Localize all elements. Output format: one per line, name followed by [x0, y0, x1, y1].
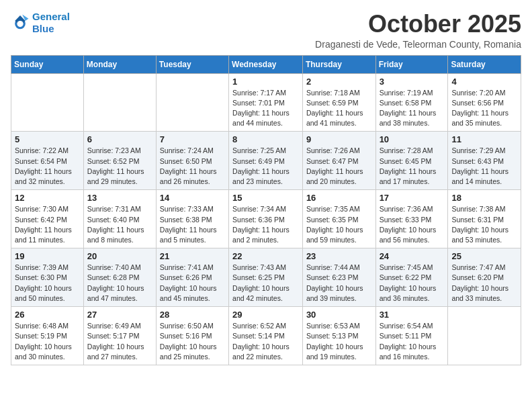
calendar-cell: 24Sunrise: 7:45 AM Sunset: 6:22 PM Dayli… — [375, 248, 448, 307]
calendar-cell: 23Sunrise: 7:44 AM Sunset: 6:23 PM Dayli… — [302, 248, 375, 307]
day-number: 12 — [15, 193, 80, 203]
day-number: 21 — [160, 251, 225, 261]
calendar-cell: 11Sunrise: 7:29 AM Sunset: 6:43 PM Dayli… — [448, 132, 521, 190]
day-info: Sunrise: 7:47 AM Sunset: 6:20 PM Dayligh… — [451, 263, 517, 304]
col-header-monday: Monday — [83, 55, 156, 73]
day-info: Sunrise: 7:18 AM Sunset: 6:59 PM Dayligh… — [306, 88, 372, 129]
col-header-thursday: Thursday — [302, 55, 375, 73]
calendar-cell: 20Sunrise: 7:40 AM Sunset: 6:28 PM Dayli… — [83, 248, 156, 307]
day-number: 5 — [15, 134, 80, 144]
calendar-cell: 27Sunrise: 6:49 AM Sunset: 5:17 PM Dayli… — [83, 307, 156, 365]
day-info: Sunrise: 6:48 AM Sunset: 5:19 PM Dayligh… — [15, 321, 80, 362]
calendar-cell — [156, 73, 228, 132]
logo-line1: General — [32, 11, 70, 22]
day-number: 29 — [232, 310, 299, 320]
day-number: 6 — [87, 134, 152, 144]
day-number: 9 — [306, 134, 372, 144]
day-info: Sunrise: 6:54 AM Sunset: 5:11 PM Dayligh… — [380, 321, 445, 362]
day-number: 14 — [160, 193, 225, 203]
col-header-friday: Friday — [375, 55, 448, 73]
day-info: Sunrise: 7:20 AM Sunset: 6:56 PM Dayligh… — [451, 88, 517, 129]
calendar-cell — [83, 73, 156, 132]
calendar-cell: 2Sunrise: 7:18 AM Sunset: 6:59 PM Daylig… — [302, 73, 375, 132]
col-header-saturday: Saturday — [448, 55, 521, 73]
day-info: Sunrise: 7:35 AM Sunset: 6:35 PM Dayligh… — [306, 204, 372, 245]
calendar-cell: 30Sunrise: 6:53 AM Sunset: 5:13 PM Dayli… — [302, 307, 375, 365]
day-info: Sunrise: 7:22 AM Sunset: 6:54 PM Dayligh… — [15, 146, 80, 187]
day-info: Sunrise: 7:24 AM Sunset: 6:50 PM Dayligh… — [160, 146, 225, 187]
calendar-cell: 3Sunrise: 7:19 AM Sunset: 6:58 PM Daylig… — [375, 73, 448, 132]
day-info: Sunrise: 7:41 AM Sunset: 6:26 PM Dayligh… — [160, 263, 225, 304]
logo-icon — [11, 13, 30, 32]
day-info: Sunrise: 7:43 AM Sunset: 6:25 PM Dayligh… — [232, 263, 299, 304]
calendar-cell: 21Sunrise: 7:41 AM Sunset: 6:26 PM Dayli… — [156, 248, 228, 307]
day-info: Sunrise: 7:39 AM Sunset: 6:30 PM Dayligh… — [15, 263, 80, 304]
day-number: 7 — [160, 134, 225, 144]
day-info: Sunrise: 7:29 AM Sunset: 6:43 PM Dayligh… — [451, 146, 517, 187]
day-number: 24 — [380, 251, 445, 261]
day-info: Sunrise: 7:19 AM Sunset: 6:58 PM Dayligh… — [380, 88, 445, 129]
calendar-table: SundayMondayTuesdayWednesdayThursdayFrid… — [11, 55, 521, 365]
day-number: 31 — [380, 310, 445, 320]
day-info: Sunrise: 7:30 AM Sunset: 6:42 PM Dayligh… — [15, 204, 80, 245]
month-title: October 2025 — [315, 11, 521, 38]
calendar-cell: 29Sunrise: 6:52 AM Sunset: 5:14 PM Dayli… — [229, 307, 303, 365]
day-info: Sunrise: 6:52 AM Sunset: 5:14 PM Dayligh… — [232, 321, 299, 362]
logo-text: General Blue — [32, 11, 70, 35]
day-info: Sunrise: 7:33 AM Sunset: 6:38 PM Dayligh… — [160, 204, 225, 245]
calendar-week-row: 12Sunrise: 7:30 AM Sunset: 6:42 PM Dayli… — [11, 190, 521, 248]
calendar-cell — [448, 307, 521, 365]
calendar-cell: 22Sunrise: 7:43 AM Sunset: 6:25 PM Dayli… — [229, 248, 303, 307]
calendar-week-row: 1Sunrise: 7:17 AM Sunset: 7:01 PM Daylig… — [11, 73, 521, 132]
title-block: October 2025 Draganesti de Vede, Teleorm… — [315, 11, 521, 50]
calendar-cell: 26Sunrise: 6:48 AM Sunset: 5:19 PM Dayli… — [11, 307, 84, 365]
day-info: Sunrise: 7:38 AM Sunset: 6:31 PM Dayligh… — [451, 204, 517, 245]
calendar-cell: 12Sunrise: 7:30 AM Sunset: 6:42 PM Dayli… — [11, 190, 84, 248]
day-number: 2 — [306, 77, 372, 87]
calendar-week-row: 19Sunrise: 7:39 AM Sunset: 6:30 PM Dayli… — [11, 248, 521, 307]
day-number: 19 — [15, 251, 80, 261]
day-number: 3 — [380, 77, 445, 87]
calendar-cell: 5Sunrise: 7:22 AM Sunset: 6:54 PM Daylig… — [11, 132, 84, 190]
day-info: Sunrise: 7:34 AM Sunset: 6:36 PM Dayligh… — [232, 204, 299, 245]
day-number: 15 — [232, 193, 299, 203]
calendar-header-row: SundayMondayTuesdayWednesdayThursdayFrid… — [11, 55, 521, 73]
svg-point-3 — [17, 21, 23, 27]
calendar-cell: 1Sunrise: 7:17 AM Sunset: 7:01 PM Daylig… — [229, 73, 303, 132]
day-number: 23 — [306, 251, 372, 261]
day-number: 18 — [451, 193, 517, 203]
calendar-cell: 18Sunrise: 7:38 AM Sunset: 6:31 PM Dayli… — [448, 190, 521, 248]
day-number: 10 — [380, 134, 445, 144]
day-number: 4 — [451, 77, 517, 87]
day-info: Sunrise: 7:44 AM Sunset: 6:23 PM Dayligh… — [306, 263, 372, 304]
location-subtitle: Draganesti de Vede, Teleorman County, Ro… — [315, 39, 521, 50]
calendar-week-row: 26Sunrise: 6:48 AM Sunset: 5:19 PM Dayli… — [11, 307, 521, 365]
day-info: Sunrise: 7:45 AM Sunset: 6:22 PM Dayligh… — [380, 263, 445, 304]
calendar-cell: 14Sunrise: 7:33 AM Sunset: 6:38 PM Dayli… — [156, 190, 228, 248]
calendar-cell: 4Sunrise: 7:20 AM Sunset: 6:56 PM Daylig… — [448, 73, 521, 132]
day-info: Sunrise: 7:23 AM Sunset: 6:52 PM Dayligh… — [87, 146, 152, 187]
col-header-tuesday: Tuesday — [156, 55, 228, 73]
calendar-cell: 10Sunrise: 7:28 AM Sunset: 6:45 PM Dayli… — [375, 132, 448, 190]
calendar-cell: 25Sunrise: 7:47 AM Sunset: 6:20 PM Dayli… — [448, 248, 521, 307]
day-number: 25 — [451, 251, 517, 261]
day-number: 20 — [87, 251, 152, 261]
calendar-cell: 16Sunrise: 7:35 AM Sunset: 6:35 PM Dayli… — [302, 190, 375, 248]
day-number: 26 — [15, 310, 80, 320]
day-info: Sunrise: 7:28 AM Sunset: 6:45 PM Dayligh… — [380, 146, 445, 187]
day-number: 28 — [160, 310, 225, 320]
calendar-cell — [11, 73, 84, 132]
calendar-cell: 31Sunrise: 6:54 AM Sunset: 5:11 PM Dayli… — [375, 307, 448, 365]
calendar-cell: 9Sunrise: 7:26 AM Sunset: 6:47 PM Daylig… — [302, 132, 375, 190]
day-number: 1 — [232, 77, 299, 87]
day-number: 13 — [87, 193, 152, 203]
day-number: 8 — [232, 134, 299, 144]
day-info: Sunrise: 7:31 AM Sunset: 6:40 PM Dayligh… — [87, 204, 152, 245]
day-number: 16 — [306, 193, 372, 203]
calendar-cell: 8Sunrise: 7:25 AM Sunset: 6:49 PM Daylig… — [229, 132, 303, 190]
day-info: Sunrise: 7:26 AM Sunset: 6:47 PM Dayligh… — [306, 146, 372, 187]
calendar-cell: 28Sunrise: 6:50 AM Sunset: 5:16 PM Dayli… — [156, 307, 228, 365]
day-number: 11 — [451, 134, 517, 144]
day-number: 27 — [87, 310, 152, 320]
day-info: Sunrise: 6:49 AM Sunset: 5:17 PM Dayligh… — [87, 321, 152, 362]
